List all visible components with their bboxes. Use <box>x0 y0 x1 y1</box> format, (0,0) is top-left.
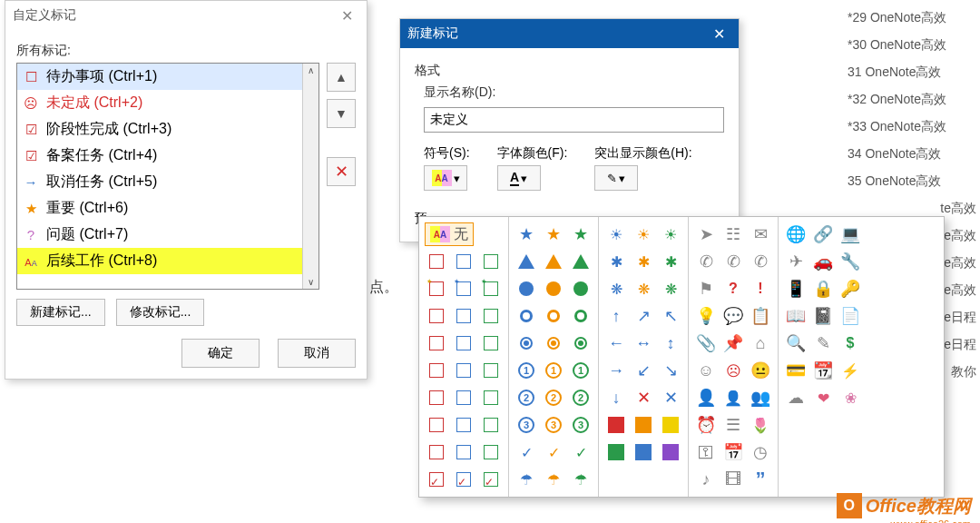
symbol-checkbox-excl[interactable] <box>479 331 503 355</box>
symbol-umbrella[interactable]: ☂ <box>514 468 538 491</box>
display-name-input[interactable] <box>424 107 724 133</box>
symbol-checkbox-arrow[interactable] <box>425 359 448 382</box>
symbol-question-icon[interactable]: ? <box>721 277 745 301</box>
symbol-film-icon[interactable]: 🎞 <box>721 468 745 491</box>
symbol-triangle[interactable] <box>514 250 538 273</box>
symbol-lock-icon[interactable]: 🔒 <box>811 277 835 301</box>
symbol-ring[interactable] <box>542 304 565 328</box>
symbol-umbrella[interactable]: ☂ <box>542 468 565 491</box>
symbol-sparkle[interactable]: ✱ <box>604 250 628 273</box>
symbol-checkbox-checked[interactable] <box>452 468 475 491</box>
symbol-sparkle[interactable]: ✱ <box>659 250 682 273</box>
symbol-number-3[interactable]: 3 <box>542 413 565 437</box>
symbol-checkbox-2[interactable] <box>479 413 503 437</box>
sidebar-item[interactable]: *29 OneNote高效 <box>844 5 980 32</box>
symbol-target[interactable] <box>542 331 565 355</box>
symbol-envelope-icon[interactable]: ✉ <box>749 222 772 246</box>
symbol-flower-icon[interactable]: ❀ <box>838 386 862 410</box>
symbol-tulip-icon[interactable]: 🌷 <box>749 413 772 437</box>
symbol-plane-icon[interactable]: ✈ <box>784 250 808 273</box>
symbol-book-icon[interactable]: 📖 <box>784 304 808 328</box>
symbol-checkbox-3[interactable] <box>479 440 503 464</box>
symbol-reminder-icon[interactable]: ⏰ <box>694 413 718 437</box>
symbol-cloud-icon[interactable]: ☁ <box>784 386 808 410</box>
symbol-square[interactable] <box>632 413 655 437</box>
symbol-sun[interactable]: ☀ <box>659 222 682 246</box>
font-color-picker-button[interactable]: A▾ <box>497 165 541 191</box>
move-down-button[interactable]: ▼ <box>327 99 356 128</box>
symbol-checkbox-arrow[interactable] <box>452 359 475 382</box>
symbol-bulb-icon[interactable]: 💡 <box>694 304 718 328</box>
symbol-circle[interactable] <box>514 277 538 301</box>
scrollbar[interactable]: ∧∨ <box>302 64 318 289</box>
ok-button[interactable]: 确定 <box>181 339 260 368</box>
symbol-arrow-up[interactable]: ↑ <box>604 304 628 328</box>
symbol-list-icon[interactable]: ☰ <box>721 413 745 437</box>
symbol-sun[interactable]: ☀ <box>632 222 655 246</box>
edit-tag-button[interactable]: 修改标记... <box>116 299 205 326</box>
symbol-contact-icon[interactable]: ☷ <box>721 222 745 246</box>
symbol-people-icon[interactable]: 👥 <box>749 386 772 410</box>
symbol-checkbox-checked[interactable] <box>425 468 448 491</box>
symbol-x[interactable]: ✕ <box>632 386 655 410</box>
cancel-button[interactable]: 取消 <box>278 339 356 368</box>
symbol-check[interactable]: ✓ <box>514 440 538 464</box>
symbol-number-2[interactable]: 2 <box>569 386 593 410</box>
symbol-ring[interactable] <box>514 304 538 328</box>
symbol-exclaim-icon[interactable]: ! <box>749 277 772 301</box>
symbol-checkbox-1[interactable] <box>479 386 503 410</box>
symbol-checkbox[interactable] <box>479 250 503 273</box>
symbol-arrow-up-left[interactable]: ↖ <box>659 304 682 328</box>
symbol-paperclip-icon[interactable]: 📎 <box>694 331 718 355</box>
symbol-pin-icon[interactable]: 📌 <box>721 331 745 355</box>
symbol-star[interactable]: ★ <box>569 222 593 246</box>
symbol-wrench-icon[interactable]: 🔧 <box>838 250 862 273</box>
symbol-checkbox-person[interactable] <box>452 304 475 328</box>
symbol-star[interactable]: ★ <box>542 222 565 246</box>
symbol-car-icon[interactable]: 🚗 <box>811 250 835 273</box>
symbol-number-2[interactable]: 2 <box>514 386 538 410</box>
symbol-checkbox-2[interactable] <box>425 413 448 437</box>
symbol-checkbox-3[interactable] <box>452 440 475 464</box>
symbol-square[interactable] <box>659 413 682 437</box>
new-tag-button[interactable]: 新建标记... <box>16 299 105 326</box>
symbol-send-icon[interactable]: ➤ <box>694 222 718 246</box>
symbol-arrow-down-right[interactable]: ↘ <box>659 359 682 382</box>
symbol-checkbox-star[interactable]: ★ <box>452 277 475 301</box>
symbol-clipboard-icon[interactable]: 📋 <box>749 304 772 328</box>
symbol-check[interactable]: ✓ <box>542 440 565 464</box>
symbol-x[interactable]: ✕ <box>659 386 682 410</box>
symbol-star[interactable]: ★ <box>514 222 538 246</box>
symbol-number-1[interactable]: 1 <box>542 359 565 382</box>
symbol-umbrella[interactable]: ☂ <box>569 468 593 491</box>
tags-listbox[interactable]: ☐待办事项 (Ctrl+1) ☹未定成 (Ctrl+2) ☑阶段性完成 (Ctr… <box>16 63 319 290</box>
symbol-checkbox[interactable] <box>452 250 475 273</box>
symbol-creditcard-icon[interactable]: 💳 <box>784 359 808 382</box>
symbol-arrow-leftright[interactable]: ↔ <box>632 331 655 355</box>
symbol-clock-icon[interactable]: ◷ <box>749 440 772 464</box>
symbol-page-icon[interactable]: 📄 <box>838 304 862 328</box>
symbol-phone-icon[interactable]: ✆ <box>694 250 718 273</box>
symbol-globe-icon[interactable]: 🌐 <box>784 222 808 246</box>
symbol-notebook-icon[interactable]: 📓 <box>811 304 835 328</box>
symbol-checkbox-3[interactable] <box>425 440 448 464</box>
symbol-check[interactable]: ✓ <box>569 440 593 464</box>
symbol-date-icon[interactable]: 📆 <box>811 359 835 382</box>
symbol-target[interactable] <box>514 331 538 355</box>
symbol-snowflake[interactable]: ❋ <box>659 277 682 301</box>
sidebar-item[interactable]: *30 OneNote高效 <box>844 32 980 59</box>
dialog-titlebar[interactable]: 自定义标记 ✕ <box>5 1 367 30</box>
symbol-target[interactable] <box>569 331 593 355</box>
symbol-number-2[interactable]: 2 <box>542 386 565 410</box>
symbol-heart-icon[interactable]: ❤ <box>811 386 835 410</box>
symbol-square[interactable] <box>659 440 682 464</box>
symbol-arrow-left[interactable]: ← <box>604 331 628 355</box>
symbol-number-3[interactable]: 3 <box>569 413 593 437</box>
symbol-checkbox-person[interactable] <box>425 304 448 328</box>
symbol-person-alert-icon[interactable]: 👤 <box>721 386 745 410</box>
symbol-checkbox-2[interactable] <box>452 413 475 437</box>
symbol-checkbox-1[interactable] <box>425 386 448 410</box>
symbol-checkbox-person[interactable] <box>479 304 503 328</box>
symbol-home-icon[interactable]: ⌂ <box>749 331 772 355</box>
symbol-checkbox-star[interactable]: ★ <box>479 277 503 301</box>
